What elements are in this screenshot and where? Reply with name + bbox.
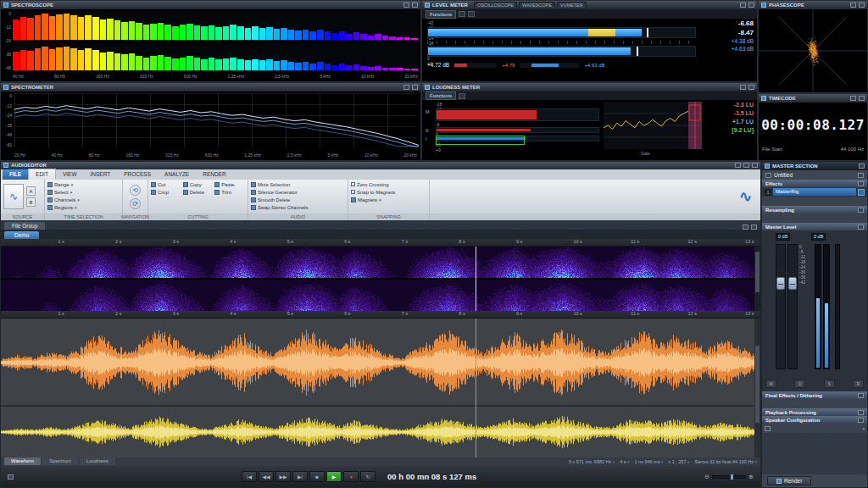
functions-menu-button[interactable]: Functions	[426, 92, 456, 100]
maximize-button[interactable]	[743, 163, 749, 168]
ribbon-item-range[interactable]: Range▾	[47, 181, 120, 188]
meter-tab[interactable]: VUMETER	[557, 2, 587, 9]
view-tab-spectrum[interactable]: Spectrum	[42, 458, 78, 465]
undo-icon[interactable]: ⟲	[130, 185, 141, 196]
status-item[interactable]: 4 s ▾	[620, 459, 629, 464]
panel-options-button[interactable]	[403, 85, 409, 90]
play-button[interactable]: ▶	[326, 471, 342, 482]
waveform-view[interactable]	[1, 319, 760, 458]
status-item[interactable]: 1 ns 946 ms ▾	[634, 459, 663, 464]
ribbon-tab-view[interactable]: VIEW	[56, 169, 84, 180]
speaker-config-section-header[interactable]: Speaker Configuration	[762, 416, 867, 424]
ribbon-item-copy[interactable]: Copy	[183, 181, 214, 188]
preset-save-icon[interactable]	[858, 173, 864, 178]
zoom-slider[interactable]	[712, 475, 746, 479]
ribbon-item-snap-to-magnets[interactable]: ✓Snap to Magnets	[351, 189, 426, 196]
ribbon-item-delete[interactable]: Delete	[183, 189, 214, 196]
ribbon-tab-process[interactable]: PROCESS	[117, 169, 158, 180]
playback-processing-section-header[interactable]: Playback Processing	[762, 408, 867, 416]
ribbon-tab-render[interactable]: RENDER	[196, 169, 232, 180]
panel-options-button[interactable]	[403, 3, 409, 8]
effect-plugin-name[interactable]: MasterRig	[773, 188, 856, 196]
final-effects-slot[interactable]	[762, 399, 867, 408]
panel-options-button[interactable]	[850, 96, 856, 101]
master-preset-name[interactable]: Untitled	[774, 172, 793, 178]
panel-close-button[interactable]	[412, 85, 418, 90]
effect-slot-2[interactable]	[762, 197, 867, 206]
status-item[interactable]: 9 x 571 ms, 6982 Hz ▾	[569, 459, 615, 464]
master-level-section-header[interactable]: Master Level	[762, 223, 867, 230]
transport-settings-icon[interactable]	[8, 474, 14, 480]
monitor-button-s[interactable]: S	[824, 380, 835, 388]
status-item[interactable]: Stereo 32 bit float 44 100 Hz ▾	[694, 459, 757, 464]
spectrogram-view[interactable]	[1, 247, 760, 311]
view-tab-waveform[interactable]: Waveform	[4, 458, 41, 465]
ribbon-tab-insert[interactable]: INSERT	[84, 169, 118, 180]
meter-mode-icon[interactable]	[459, 11, 465, 17]
master-fader-right[interactable]	[787, 244, 798, 369]
ribbon-item-swap-stereo-channels[interactable]: Swap Stereo Channels	[251, 204, 345, 211]
preset-menu-icon[interactable]	[765, 173, 771, 178]
file-tab[interactable]: Demo	[4, 231, 39, 239]
section-collapse-icon[interactable]	[858, 410, 864, 415]
panel-close-button[interactable]	[859, 3, 865, 8]
zoom-out-icon[interactable]: ⊖	[704, 474, 709, 480]
spectrogram-scrollbar[interactable]	[754, 247, 760, 311]
section-collapse-icon[interactable]	[858, 225, 864, 230]
resampling-section-header[interactable]: Resampling	[762, 206, 867, 214]
meter-tab[interactable]: OSCILLOSCOPE	[474, 2, 517, 9]
waveform-time-ruler[interactable]: 1 s2 s3 s4 s5 s6 s7 s8 s9 s10 s11 s12 s1…	[1, 311, 760, 319]
ribbon-tab-file[interactable]: FILE	[3, 169, 28, 180]
resampling-slot[interactable]	[762, 214, 867, 223]
loudness-mode-icon[interactable]	[459, 93, 465, 99]
effects-section-header[interactable]: Effects	[762, 180, 867, 187]
ribbon-item-zero-crossing[interactable]: ✓Zero Crossing	[351, 181, 426, 188]
section-collapse-icon[interactable]	[858, 418, 864, 423]
forward-button[interactable]: ▶▶	[275, 471, 291, 482]
panel-close-button[interactable]	[412, 3, 418, 8]
ribbon-item-trim[interactable]: Trim	[214, 189, 245, 196]
minimize-button[interactable]	[735, 163, 741, 168]
zoom-in-icon[interactable]: ⊕	[748, 474, 754, 480]
ribbon-item-mute-selection[interactable]: Mute Selection	[251, 181, 345, 188]
ribbon-item-channels[interactable]: Channels▾	[47, 197, 120, 203]
section-collapse-icon[interactable]	[858, 393, 864, 398]
ab-toggle-b[interactable]: B	[26, 197, 36, 207]
functions-menu-button[interactable]: Functions	[426, 10, 456, 19]
stop-button[interactable]: ■	[309, 471, 325, 482]
spectrogram-time-ruler[interactable]: 1 s2 s3 s4 s5 s6 s7 s8 s9 s10 s11 s12 s1…	[1, 239, 760, 247]
monitor-button-d[interactable]: D	[794, 380, 805, 388]
panel-close-button[interactable]	[748, 3, 754, 8]
close-button[interactable]	[752, 163, 758, 168]
ribbon-item-cut[interactable]: Cut	[151, 181, 181, 188]
file-group-tab[interactable]: File Group	[4, 222, 45, 230]
section-collapse-icon[interactable]	[858, 208, 864, 213]
panel-options-button[interactable]	[740, 3, 746, 8]
speaker-icon[interactable]	[765, 426, 771, 431]
ribbon-tab-edit[interactable]: EDIT	[28, 169, 56, 180]
panel-options-button[interactable]	[740, 85, 746, 90]
ribbon-item-select[interactable]: Select▾	[47, 189, 120, 196]
render-button[interactable]: Render	[767, 476, 811, 485]
meter-settings-icon[interactable]	[468, 11, 475, 17]
ribbon-item-crop[interactable]: Crop	[151, 189, 181, 196]
next-button[interactable]: ▶|	[292, 471, 308, 482]
record-button[interactable]: ●	[343, 471, 359, 482]
monitor-button-m[interactable]: M	[765, 380, 776, 388]
prev-button[interactable]: |◀	[242, 471, 257, 482]
master-fader-left[interactable]	[776, 244, 786, 369]
ribbon-item-smooth-delete[interactable]: Smooth Delete	[251, 197, 345, 203]
ribbon-tab-analyze[interactable]: ANALYZE	[158, 169, 196, 180]
waveform-scrollbar[interactable]	[754, 319, 760, 458]
redo-icon[interactable]: ⟳	[130, 198, 141, 209]
ribbon-item-regions[interactable]: Regions▾	[47, 204, 120, 211]
loop-button[interactable]: ↻	[360, 471, 376, 482]
section-collapse-icon[interactable]	[858, 181, 864, 186]
edit-source-button[interactable]: ∿	[3, 184, 24, 209]
ab-toggle-a[interactable]: A	[26, 186, 36, 196]
panel-close-button[interactable]	[748, 85, 754, 90]
panel-options-button[interactable]	[850, 3, 856, 8]
ribbon-item-magnets[interactable]: Magnets▾	[351, 197, 426, 203]
ribbon-item-paste[interactable]: Paste	[214, 181, 245, 188]
master-settings-icon[interactable]	[859, 164, 865, 169]
